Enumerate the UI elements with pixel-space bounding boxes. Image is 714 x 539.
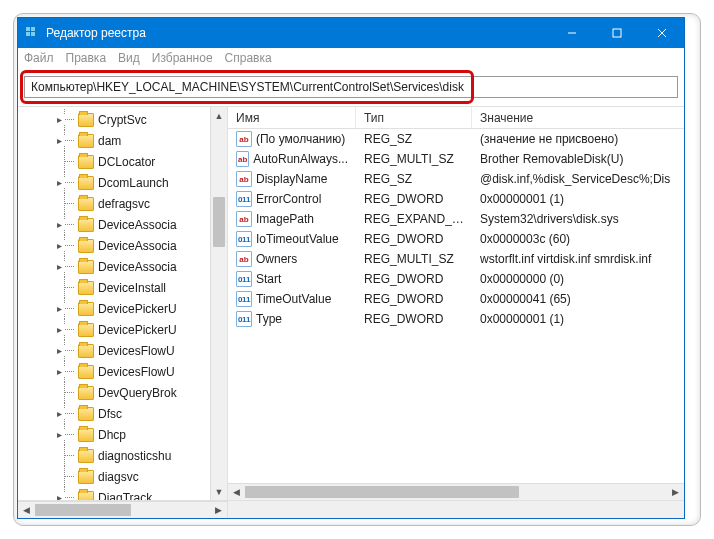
tree-item[interactable]: ▸DiagTrack: [26, 487, 210, 500]
value-type: REG_DWORD: [356, 292, 472, 306]
tree-horizontal-scrollbar[interactable]: ◀ ▶: [18, 501, 228, 518]
value-type: REG_EXPAND_SZ: [356, 212, 472, 226]
tree-item[interactable]: ▸DeviceAssocia: [26, 256, 210, 277]
tree-item[interactable]: diagnosticshu: [26, 445, 210, 466]
value-data: 0x00000001 (1): [472, 192, 684, 206]
value-name: Type: [256, 312, 282, 326]
tree-vertical-scrollbar[interactable]: ▲ ▼: [210, 107, 227, 500]
tree-item[interactable]: ▸dam: [26, 130, 210, 151]
chevron-right-icon[interactable]: ▸: [54, 303, 65, 314]
tree-item[interactable]: ▸Dfsc: [26, 403, 210, 424]
value-data: 0x00000000 (0): [472, 272, 684, 286]
chevron-right-icon[interactable]: ▸: [54, 429, 65, 440]
value-row[interactable]: 011TypeREG_DWORD0x00000001 (1): [228, 309, 684, 329]
scroll-thumb[interactable]: [35, 504, 131, 516]
scroll-right-icon[interactable]: ▶: [667, 484, 684, 500]
tree-item[interactable]: ▸DevicesFlowU: [26, 361, 210, 382]
minimize-button[interactable]: [549, 18, 594, 48]
value-row[interactable]: 011ErrorControlREG_DWORD0x00000001 (1): [228, 189, 684, 209]
value-type: REG_DWORD: [356, 192, 472, 206]
folder-icon: [78, 281, 94, 295]
scroll-right-icon[interactable]: ▶: [210, 502, 227, 518]
tree-item[interactable]: ▸DcomLaunch: [26, 172, 210, 193]
chevron-right-icon[interactable]: ▸: [54, 408, 65, 419]
value-row[interactable]: abOwnersREG_MULTI_SZwstorflt.inf virtdis…: [228, 249, 684, 269]
chevron-right-icon[interactable]: ▸: [54, 492, 65, 500]
tree-view[interactable]: ▸CryptSvc▸damDCLocator▸DcomLaunchdefrags…: [18, 107, 210, 500]
chevron-right-icon[interactable]: ▸: [54, 114, 65, 125]
value-row[interactable]: 011StartREG_DWORD0x00000000 (0): [228, 269, 684, 289]
tree-item[interactable]: DCLocator: [26, 151, 210, 172]
tree-item[interactable]: DeviceInstall: [26, 277, 210, 298]
folder-icon: [78, 176, 94, 190]
tree-item[interactable]: defragsvc: [26, 193, 210, 214]
folder-icon: [78, 218, 94, 232]
folder-icon: [78, 428, 94, 442]
chevron-right-icon[interactable]: ▸: [54, 366, 65, 377]
values-list[interactable]: ab(По умолчанию)REG_SZ(значение не присв…: [228, 129, 684, 483]
tree-item[interactable]: ▸DevicePickerU: [26, 319, 210, 340]
column-type[interactable]: Тип: [356, 107, 472, 128]
svg-rect-1: [31, 27, 35, 31]
tree-item[interactable]: diagsvc: [26, 466, 210, 487]
value-type: REG_MULTI_SZ: [356, 252, 472, 266]
tree-item-label: DCLocator: [98, 155, 155, 169]
column-data[interactable]: Значение: [472, 107, 714, 128]
tree-item-label: Dfsc: [98, 407, 122, 421]
titlebar[interactable]: Редактор реестра: [18, 18, 684, 48]
tree-item[interactable]: DevQueryBrok: [26, 382, 210, 403]
close-button[interactable]: [639, 18, 684, 48]
menu-help[interactable]: Справка: [225, 51, 272, 65]
tree-item-label: diagsvc: [98, 470, 139, 484]
tree-item[interactable]: ▸DevicesFlowU: [26, 340, 210, 361]
folder-icon: [78, 239, 94, 253]
value-row[interactable]: abAutoRunAlways...REG_MULTI_SZBrother Re…: [228, 149, 684, 169]
value-data: @disk.inf,%disk_ServiceDesc%;Dis: [472, 172, 684, 186]
scroll-down-icon[interactable]: ▼: [211, 483, 227, 500]
chevron-right-icon[interactable]: ▸: [54, 324, 65, 335]
folder-icon: [78, 113, 94, 127]
tree-item[interactable]: ▸DeviceAssocia: [26, 214, 210, 235]
values-horizontal-scrollbar[interactable]: ◀ ▶: [228, 483, 684, 500]
tree-item-label: CryptSvc: [98, 113, 147, 127]
tree-item-label: DeviceAssocia: [98, 239, 177, 253]
tree-item[interactable]: ▸DeviceAssocia: [26, 235, 210, 256]
scroll-thumb[interactable]: [213, 197, 225, 247]
tree-item-label: dam: [98, 134, 121, 148]
menu-view[interactable]: Вид: [118, 51, 140, 65]
tree-item[interactable]: ▸DevicePickerU: [26, 298, 210, 319]
scroll-left-icon[interactable]: ◀: [228, 484, 245, 500]
value-row[interactable]: 011TimeOutValueREG_DWORD0x00000041 (65): [228, 289, 684, 309]
folder-icon: [78, 260, 94, 274]
value-type: REG_DWORD: [356, 232, 472, 246]
value-data: System32\drivers\disk.sys: [472, 212, 684, 226]
scroll-left-icon[interactable]: ◀: [18, 502, 35, 518]
value-row[interactable]: ab(По умолчанию)REG_SZ(значение не присв…: [228, 129, 684, 149]
value-row[interactable]: 011IoTimeoutValueREG_DWORD0x0000003c (60…: [228, 229, 684, 249]
menu-favorites[interactable]: Избранное: [152, 51, 213, 65]
chevron-right-icon[interactable]: ▸: [54, 345, 65, 356]
tree-item[interactable]: ▸CryptSvc: [26, 109, 210, 130]
scroll-up-icon[interactable]: ▲: [211, 107, 227, 124]
folder-icon: [78, 344, 94, 358]
binary-value-icon: 011: [236, 191, 252, 207]
chevron-right-icon[interactable]: ▸: [54, 240, 65, 251]
svg-rect-5: [613, 29, 621, 37]
binary-value-icon: 011: [236, 311, 252, 327]
chevron-right-icon[interactable]: ▸: [54, 219, 65, 230]
value-name: DisplayName: [256, 172, 327, 186]
chevron-right-icon[interactable]: ▸: [54, 261, 65, 272]
value-row[interactable]: abDisplayNameREG_SZ@disk.inf,%disk_Servi…: [228, 169, 684, 189]
chevron-right-icon[interactable]: ▸: [54, 135, 65, 146]
chevron-right-icon[interactable]: ▸: [54, 177, 65, 188]
column-name[interactable]: Имя: [228, 107, 356, 128]
address-input[interactable]: [24, 76, 678, 98]
menu-edit[interactable]: Правка: [66, 51, 107, 65]
value-name: ErrorControl: [256, 192, 321, 206]
tree-item[interactable]: ▸Dhcp: [26, 424, 210, 445]
maximize-button[interactable]: [594, 18, 639, 48]
scroll-thumb[interactable]: [245, 486, 519, 498]
menu-file[interactable]: Файл: [24, 51, 54, 65]
value-row[interactable]: abImagePathREG_EXPAND_SZSystem32\drivers…: [228, 209, 684, 229]
svg-rect-0: [26, 27, 30, 31]
